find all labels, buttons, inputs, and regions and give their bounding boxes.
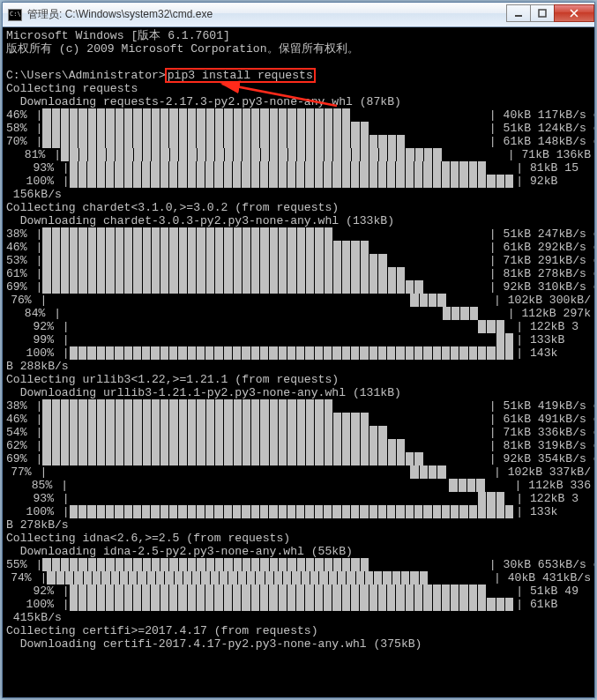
- progress-bar: [42, 280, 488, 294]
- progress-stats: | 122kB 3: [514, 320, 578, 333]
- progress-stats: | 81kB 15: [514, 161, 578, 175]
- progress-percent: 46%: [6, 413, 29, 426]
- progress-stats: | 143k: [514, 346, 557, 360]
- progress-percent: 76%: [6, 294, 34, 307]
- collecting-line: Collecting chardet<3.1.0,>=3.0.2 (from r…: [6, 201, 591, 214]
- progress-stats: | 71kB 291kB/s eta 0:: [488, 254, 594, 267]
- progress-row: 100% || 92kB: [6, 175, 591, 188]
- progress-percent: 85%: [6, 479, 54, 492]
- progress-percent: 92%: [6, 585, 56, 598]
- cmd-icon: [8, 9, 22, 21]
- svg-rect-0: [515, 15, 522, 17]
- progress-bar: [42, 135, 488, 148]
- progress-bar: [61, 307, 506, 320]
- window-title: 管理员: C:\Windows\system32\cmd.exe: [27, 7, 507, 22]
- progress-row: 53% || 71kB 291kB/s eta 0:: [6, 254, 591, 267]
- progress-percent: 100%: [6, 505, 56, 518]
- progress-stats: | 40kB 431kB/s: [492, 571, 591, 585]
- progress-bar: [42, 254, 488, 267]
- progress-stats: | 122kB 3: [514, 492, 578, 505]
- terminal-output[interactable]: Microsoft Windows [版本 6.1.7601]版权所有 (c) …: [3, 27, 594, 697]
- progress-bar: [70, 505, 515, 518]
- progress-bar: [47, 571, 492, 585]
- collecting-line: Collecting requests: [6, 82, 591, 95]
- progress-stats: | 51kB 247kB/s eta 0:00:01: [488, 227, 594, 241]
- progress-stats: | 71kB 136kB: [506, 148, 591, 161]
- progress-row: 92% || 122kB 3: [6, 320, 591, 333]
- minimize-icon: [514, 9, 523, 18]
- downloading-line: Downloading urllib3-1.21.1-py2.py3-none-…: [6, 386, 591, 399]
- downloading-line: Downloading idna-2.5-py2.py3-none-any.wh…: [6, 545, 591, 558]
- progress-row: 55% || 30kB 653kB/s eta 0:: [6, 558, 591, 571]
- progress-percent: 58%: [6, 122, 29, 135]
- progress-row: 54% || 71kB 336kB/s eta 0:: [6, 426, 591, 439]
- progress-stats: | 40kB 117kB/s eta 0:00:: [488, 108, 594, 122]
- progress-stats: | 92kB: [514, 175, 557, 188]
- progress-percent: 99%: [6, 333, 56, 346]
- progress-stats: | 92kB 354kB/s e: [488, 452, 594, 465]
- minimize-button[interactable]: [506, 4, 531, 22]
- progress-bar: [42, 399, 488, 413]
- speed-continuation: 415kB/s: [6, 611, 591, 624]
- progress-row: 76% || 102kB 300kB/: [6, 294, 591, 307]
- progress-stats: | 81kB 278kB/s eta: [488, 267, 594, 280]
- titlebar[interactable]: 管理员: C:\Windows\system32\cmd.exe: [3, 3, 594, 27]
- progress-percent: 53%: [6, 254, 29, 267]
- progress-bar: [42, 452, 488, 465]
- progress-row: 38% || 51kB 419kB/s eta 0:00:01: [6, 399, 591, 413]
- progress-stats: | 102kB 337kB/: [492, 465, 591, 479]
- prompt: C:\Users\Administrator>: [6, 69, 166, 82]
- progress-stats: | 112kB 297k: [506, 307, 591, 320]
- progress-percent: 100%: [6, 346, 56, 360]
- maximize-button[interactable]: [530, 4, 555, 22]
- maximize-icon: [538, 9, 547, 18]
- progress-bar: [42, 267, 488, 280]
- progress-stats: | 61kB 148kB/s e: [488, 135, 594, 148]
- progress-row: 100% || 133k: [6, 505, 591, 518]
- progress-bar: [70, 175, 515, 188]
- progress-stats: | 51kB 419kB/s eta 0:00:01: [488, 399, 594, 413]
- speed-continuation: B 288kB/s: [6, 360, 591, 373]
- progress-percent: 69%: [6, 280, 29, 294]
- progress-row: 85% || 112kB 336: [6, 479, 591, 492]
- progress-percent: 93%: [6, 492, 56, 505]
- highlighted-command: pip3 install requests: [166, 69, 315, 82]
- downloading-line: Downloading certifi-2017.4.17-py2.py3-no…: [6, 637, 591, 651]
- blank-line: [6, 56, 591, 69]
- progress-stats: | 61kB: [514, 598, 557, 611]
- progress-percent: 81%: [6, 148, 47, 161]
- progress-row: 46% || 61kB 491kB/s eta 0:00:: [6, 413, 591, 426]
- speed-continuation: B 278kB/s: [6, 518, 591, 532]
- progress-row: 61% || 81kB 278kB/s eta: [6, 267, 591, 280]
- progress-percent: 70%: [6, 135, 29, 148]
- progress-percent: 54%: [6, 426, 29, 439]
- window-controls: [507, 4, 594, 22]
- progress-row: 46% || 61kB 292kB/s eta 0:00:: [6, 241, 591, 254]
- progress-bar: [42, 241, 488, 254]
- progress-stats: | 81kB 319kB/s eta: [488, 439, 594, 452]
- progress-percent: 74%: [6, 571, 34, 585]
- progress-bar: [70, 333, 515, 346]
- collecting-line: Collecting urllib3<1.22,>=1.21.1 (from r…: [6, 373, 591, 386]
- progress-percent: 93%: [6, 161, 56, 175]
- progress-row: 100% || 61kB: [6, 598, 591, 611]
- progress-row: 99% || 133kB: [6, 333, 591, 346]
- close-button[interactable]: [554, 4, 594, 22]
- progress-row: 70% || 61kB 148kB/s e: [6, 135, 591, 148]
- progress-percent: 61%: [6, 267, 29, 280]
- progress-stats: | 133kB: [514, 333, 564, 346]
- svg-rect-1: [539, 10, 546, 17]
- progress-row: 84% || 112kB 297k: [6, 307, 591, 320]
- progress-row: 93% || 81kB 15: [6, 161, 591, 175]
- progress-stats: | 51kB 124kB/s eta 0: [488, 122, 594, 135]
- progress-row: 93% || 122kB 3: [6, 492, 591, 505]
- progress-bar: [42, 108, 488, 122]
- progress-bar: [42, 558, 488, 571]
- progress-bar: [47, 465, 492, 479]
- progress-percent: 100%: [6, 598, 56, 611]
- progress-row: 100% || 143k: [6, 346, 591, 360]
- close-icon: [570, 9, 578, 18]
- progress-bar: [70, 161, 515, 175]
- progress-row: 38% || 51kB 247kB/s eta 0:00:01: [6, 227, 591, 241]
- progress-bar: [68, 479, 513, 492]
